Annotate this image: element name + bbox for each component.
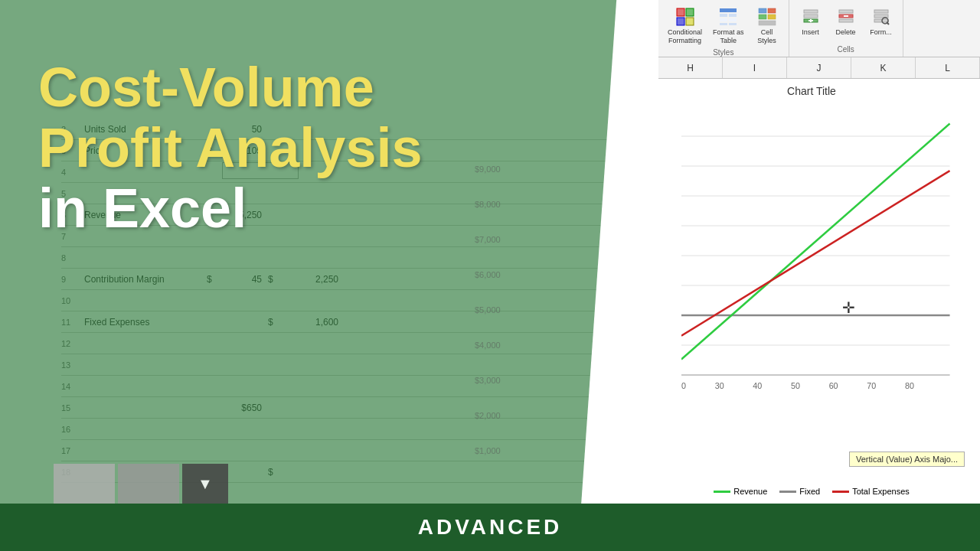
legend-revenue: Revenue bbox=[714, 487, 767, 496]
legend-fixed: Fixed bbox=[779, 487, 820, 496]
dollar-label: $3,000 bbox=[475, 376, 501, 411]
table-row: 16 bbox=[61, 419, 658, 440]
svg-text:40: 40 bbox=[753, 381, 762, 390]
col-header-j: J bbox=[787, 57, 851, 78]
svg-rect-2 bbox=[677, 18, 684, 25]
svg-rect-27 bbox=[874, 19, 888, 22]
legend-total-expenses-line bbox=[832, 491, 849, 493]
svg-rect-3 bbox=[686, 18, 694, 25]
col-header-k: K bbox=[851, 57, 916, 78]
format-as-table-label: Format asTable bbox=[713, 28, 744, 45]
table-row: 13 bbox=[61, 354, 658, 376]
cells-section-label: Cells bbox=[837, 44, 854, 54]
row-val1: 45 bbox=[222, 274, 268, 285]
row-number: 14 bbox=[61, 382, 77, 391]
dollar-label: $7,000 bbox=[475, 235, 501, 270]
column-headers: H I J K L bbox=[658, 57, 980, 79]
svg-rect-13 bbox=[759, 15, 766, 19]
format-as-table-button[interactable]: Format asTable bbox=[708, 5, 749, 47]
svg-text:20: 20 bbox=[681, 381, 686, 390]
svg-line-41 bbox=[681, 124, 950, 360]
svg-rect-4 bbox=[720, 8, 737, 12]
left-panel: 2 Units Sold 50 3 Price $ 105 4 5 bbox=[0, 0, 658, 551]
svg-rect-0 bbox=[677, 8, 684, 16]
delete-button[interactable]: Delete bbox=[829, 5, 863, 38]
col-header-i: I bbox=[723, 57, 787, 78]
svg-rect-12 bbox=[768, 8, 776, 13]
cell-styles-button[interactable]: CellStyles bbox=[750, 5, 784, 47]
legend-total-expenses-label: Total Expenses bbox=[852, 487, 910, 496]
format-button[interactable]: Form... bbox=[864, 5, 898, 38]
dollar-labels: $9,000$8,000$7,000$6,000$5,000$4,000$3,0… bbox=[475, 165, 501, 481]
conditional-formatting-icon bbox=[675, 6, 696, 28]
svg-rect-21 bbox=[839, 10, 853, 13]
chart-tooltip: Vertical (Value) Axis Majo... bbox=[849, 452, 965, 467]
svg-rect-11 bbox=[759, 8, 766, 13]
svg-rect-17 bbox=[804, 15, 818, 18]
row-val1: $650 bbox=[222, 403, 268, 413]
row-number: 8 bbox=[61, 253, 77, 262]
svg-text:60: 60 bbox=[829, 381, 838, 390]
table-row: 11 Fixed Expenses $ 1,600 bbox=[61, 311, 658, 333]
format-label: Form... bbox=[870, 28, 892, 37]
insert-button[interactable]: Insert bbox=[794, 5, 828, 38]
row-number: 16 bbox=[61, 425, 77, 434]
format-as-table-icon bbox=[717, 6, 739, 28]
col-header-l: L bbox=[916, 57, 980, 78]
table-row: 14 bbox=[61, 376, 658, 397]
ribbon-styles-section: ConditionalFormatting bbox=[658, 0, 789, 57]
dollar-label: $9,000 bbox=[475, 165, 501, 200]
row-number: 17 bbox=[61, 446, 77, 455]
svg-text:70: 70 bbox=[867, 381, 876, 390]
conditional-formatting-label: ConditionalFormatting bbox=[668, 28, 702, 45]
row-label: Contribution Margin bbox=[84, 274, 207, 285]
title-line3: in Excel bbox=[38, 178, 422, 239]
row-dollar1: $ bbox=[207, 274, 222, 285]
table-row: 15 $650 bbox=[61, 397, 658, 419]
svg-rect-1 bbox=[686, 8, 694, 16]
styles-buttons: ConditionalFormatting bbox=[663, 5, 784, 47]
svg-rect-7 bbox=[720, 18, 727, 21]
row-val2: 1,600 bbox=[283, 317, 345, 328]
dropdown-arrow-icon: ▼ bbox=[198, 475, 213, 493]
svg-rect-26 bbox=[874, 15, 888, 18]
chart-svg: 0 1,000 2,000 3,000 4,000 5,000 6,000 7,… bbox=[681, 108, 965, 406]
dropdown-button[interactable]: ▼ bbox=[182, 464, 228, 504]
svg-text:50: 50 bbox=[791, 381, 800, 390]
chart-legend: Revenue Fixed Total Expenses bbox=[643, 487, 980, 496]
cell-styles-label: CellStyles bbox=[757, 28, 776, 45]
cursor-icon: ✛ bbox=[842, 298, 855, 317]
svg-rect-14 bbox=[768, 15, 776, 19]
svg-text:30: 30 bbox=[715, 381, 724, 390]
ribbon: ConditionalFormatting bbox=[658, 0, 980, 57]
conditional-formatting-button[interactable]: ConditionalFormatting bbox=[663, 5, 707, 47]
insert-icon bbox=[800, 6, 822, 28]
bottom-bar: ADVANCED bbox=[0, 504, 980, 551]
svg-line-42 bbox=[681, 171, 950, 336]
row-number: 9 bbox=[61, 275, 77, 284]
svg-rect-16 bbox=[804, 10, 818, 13]
delete-label: Delete bbox=[836, 28, 856, 37]
table-row: 9 Contribution Margin $ 45 $ 2,250 bbox=[61, 269, 658, 290]
playback-controls: ▼ bbox=[54, 464, 228, 504]
table-row: 8 bbox=[61, 247, 658, 269]
table-row: 10 bbox=[61, 290, 658, 311]
styles-section-label: Styles bbox=[713, 47, 733, 57]
title-overlay: Cost-Volume Profit Analysis in Excel bbox=[38, 57, 422, 240]
svg-rect-9 bbox=[720, 23, 727, 25]
play-button[interactable] bbox=[54, 464, 115, 504]
svg-rect-8 bbox=[729, 18, 737, 21]
legend-fixed-line bbox=[779, 491, 796, 493]
svg-rect-5 bbox=[720, 14, 727, 17]
pause-button[interactable] bbox=[118, 464, 179, 504]
svg-text:80: 80 bbox=[905, 381, 914, 390]
row-dollar2: $ bbox=[268, 317, 283, 328]
advanced-label: ADVANCED bbox=[418, 515, 563, 540]
col-header-h: H bbox=[658, 57, 723, 78]
legend-total-expenses: Total Expenses bbox=[832, 487, 910, 496]
svg-rect-6 bbox=[729, 14, 737, 17]
ribbon-cells-section: Insert Delete bbox=[789, 0, 903, 57]
format-icon bbox=[871, 6, 892, 28]
row-dollar2: $ bbox=[268, 274, 283, 285]
row-dollar2: $ bbox=[268, 467, 283, 478]
